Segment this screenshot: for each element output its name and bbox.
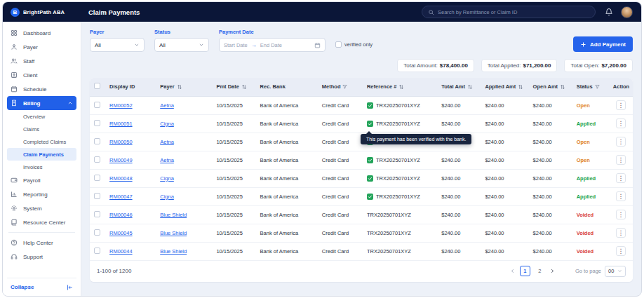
col-header-applied-amt[interactable]: Applied Amt	[481, 78, 528, 96]
sort-icon[interactable]	[241, 84, 247, 90]
sidebar-item-staff[interactable]: Staff	[7, 54, 76, 68]
filter-icon[interactable]	[342, 84, 347, 89]
page-2-button[interactable]: 2	[535, 266, 545, 276]
sidebar-item-schedule[interactable]: Schedule	[7, 82, 76, 96]
payer-link[interactable]: Blue Shield	[160, 248, 187, 255]
user-avatar[interactable]	[621, 6, 633, 18]
total-applied-label: Total Applied:	[488, 62, 521, 69]
display-id-link[interactable]: RM00050	[109, 139, 133, 145]
row-actions-button[interactable]: ⋮	[616, 210, 626, 219]
row-actions-button[interactable]: ⋮	[616, 191, 626, 201]
row-actions-button[interactable]: ⋮	[616, 137, 626, 147]
reporting-icon	[11, 191, 19, 198]
chevron-down-icon	[617, 269, 622, 273]
filter-icon[interactable]	[595, 84, 600, 89]
row-actions-button[interactable]: ⋮	[616, 155, 626, 165]
row-actions-button[interactable]: ⋮	[616, 228, 626, 238]
payer-link[interactable]: Cigna	[160, 194, 174, 200]
payer-link[interactable]: Blue Shield	[160, 230, 187, 236]
prev-page-button[interactable]	[509, 268, 516, 274]
display-id-link[interactable]: RM00051	[109, 121, 133, 127]
page-select[interactable]: 00	[605, 266, 626, 277]
col-header-display-id[interactable]: Display ID	[105, 78, 156, 96]
row-checkbox[interactable]	[94, 229, 100, 236]
sidebar-item-reporting[interactable]: Reporting	[7, 187, 76, 201]
sidebar-subitem-completed-claims[interactable]: Completed Claims	[7, 135, 76, 148]
sidebar-subitem-overview[interactable]: Overview	[7, 110, 76, 123]
table-row: RM00047 Cigna 10/15/2025 Bank of America…	[90, 187, 633, 205]
sidebar-item-resource-center[interactable]: Resource Center	[7, 215, 76, 229]
sidebar-collapse-button[interactable]: Collapse	[7, 278, 76, 296]
sidebar-item-dashboard[interactable]: Dashboard	[7, 26, 76, 40]
verified-icon[interactable]	[367, 157, 373, 163]
verified-icon[interactable]	[367, 121, 373, 127]
payer-link[interactable]: Aetna	[160, 139, 174, 145]
notifications-button[interactable]	[605, 8, 613, 16]
payer-link[interactable]: Aetna	[160, 102, 174, 109]
row-checkbox[interactable]	[94, 175, 100, 181]
payer-link[interactable]: Cigna	[160, 121, 174, 127]
sidebar-subitem-invoices[interactable]: Invoices	[7, 161, 76, 173]
sidebar-item-label: Payroll	[23, 177, 40, 184]
display-id-link[interactable]: RM00052	[109, 102, 133, 109]
search-input[interactable]	[438, 9, 589, 15]
row-actions-button[interactable]: ⋮	[616, 100, 626, 110]
payer-link[interactable]: Aetna	[160, 157, 174, 163]
status-select[interactable]: All	[154, 38, 209, 52]
select-all-checkbox[interactable]	[94, 83, 100, 89]
verified-icon[interactable]	[367, 175, 373, 182]
sidebar-subitem-claims[interactable]: Claims	[7, 123, 76, 135]
sidebar-item-payroll[interactable]: Payroll	[7, 173, 76, 187]
open-amt-cell: $240.00	[529, 224, 572, 242]
sidebar-item-payer[interactable]: Payer	[7, 40, 76, 54]
row-actions-button[interactable]: ⋮	[616, 118, 626, 128]
row-checkbox[interactable]	[94, 211, 100, 217]
payer-link[interactable]: Cigna	[160, 175, 174, 182]
sidebar-item-system[interactable]: System	[7, 201, 76, 215]
date-range-input[interactable]: Start Date → End Date	[219, 38, 326, 52]
display-id-link[interactable]: RM00048	[109, 175, 133, 182]
sort-icon[interactable]	[560, 84, 565, 90]
col-header-reference[interactable]: Reference #	[363, 78, 437, 96]
display-id-link[interactable]: RM00049	[109, 157, 133, 163]
sort-icon[interactable]	[398, 84, 404, 90]
sidebar-subitem-claim-payments[interactable]: Claim Payments	[7, 148, 76, 161]
sort-icon[interactable]	[177, 84, 182, 90]
sort-icon[interactable]	[467, 84, 473, 90]
col-header-select[interactable]	[90, 78, 105, 96]
sidebar-item-help-center[interactable]: Help Center	[7, 236, 76, 250]
display-id-link[interactable]: RM00046	[109, 212, 133, 218]
add-payment-button[interactable]: Add Payment	[573, 36, 633, 52]
payer-select[interactable]: All	[90, 38, 145, 52]
col-header-rec-bank[interactable]: Rec. Bank	[256, 78, 318, 96]
row-checkbox[interactable]	[94, 156, 100, 163]
payer-link[interactable]: Blue Shield	[160, 212, 187, 218]
row-checkbox[interactable]	[94, 102, 100, 108]
sidebar-item-client[interactable]: Client	[7, 68, 76, 82]
col-header-status[interactable]: Status	[572, 78, 609, 96]
total-amt-cell: $240.00	[437, 151, 481, 169]
sidebar-item-billing[interactable]: Billing	[7, 96, 76, 110]
verified-icon[interactable]	[367, 102, 373, 109]
sidebar-item-support[interactable]: Support	[7, 250, 76, 264]
verified-only-checkbox[interactable]	[335, 41, 342, 48]
row-actions-button[interactable]: ⋮	[616, 173, 626, 183]
row-actions-button[interactable]: ⋮	[616, 246, 626, 256]
page-1-button[interactable]: 1	[520, 266, 530, 276]
verified-icon[interactable]	[367, 194, 373, 200]
row-checkbox[interactable]	[94, 193, 100, 199]
display-id-link[interactable]: RM00047	[109, 194, 133, 200]
col-header-method[interactable]: Method	[318, 78, 363, 96]
next-page-button[interactable]	[549, 268, 556, 274]
display-id-link[interactable]: RM00045	[109, 230, 133, 236]
row-checkbox[interactable]	[94, 138, 100, 144]
col-header-total-amt[interactable]: Total Amt	[437, 78, 481, 96]
global-search[interactable]	[422, 6, 596, 18]
col-header-pmt-date[interactable]: Pmt Date	[212, 78, 255, 96]
sort-icon[interactable]	[518, 84, 523, 90]
col-header-payer[interactable]: Payer	[156, 78, 212, 96]
row-checkbox[interactable]	[94, 248, 100, 254]
col-header-open-amt[interactable]: Open Amt	[529, 78, 572, 96]
row-checkbox[interactable]	[94, 120, 100, 126]
display-id-link[interactable]: RM00044	[109, 248, 133, 255]
